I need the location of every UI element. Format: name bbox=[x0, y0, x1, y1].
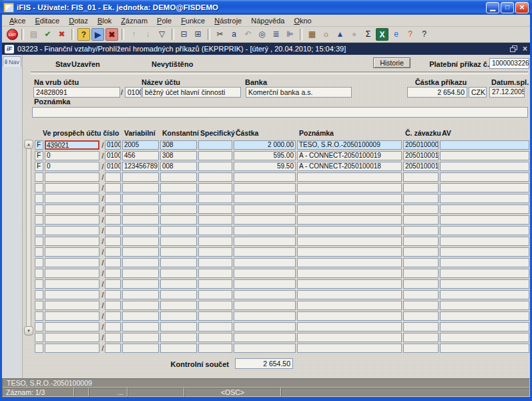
due-date-field[interactable]: 27.12.2005 bbox=[489, 87, 525, 98]
cell-flag[interactable] bbox=[35, 290, 43, 299]
cell-variable-symbol[interactable] bbox=[122, 226, 159, 235]
cell-beneficiary-account[interactable]: 0 bbox=[45, 162, 99, 171]
context-help-icon[interactable]: ? bbox=[404, 28, 417, 41]
cell-bank-code[interactable]: 0100 bbox=[105, 140, 121, 150]
cell-beneficiary-account[interactable] bbox=[45, 322, 99, 331]
cell-bank-code[interactable]: 0100 bbox=[105, 162, 121, 171]
cell-bank-code[interactable] bbox=[105, 290, 121, 299]
cell-beneficiary-account[interactable] bbox=[45, 344, 99, 353]
cell-beneficiary-account[interactable] bbox=[45, 226, 99, 235]
cell-bank-code[interactable] bbox=[105, 333, 121, 342]
cell-bank-code[interactable] bbox=[105, 183, 121, 192]
cell-note[interactable] bbox=[297, 215, 402, 225]
cell-note[interactable] bbox=[297, 172, 402, 182]
cell-flag[interactable] bbox=[35, 237, 43, 246]
cell-beneficiary-account[interactable] bbox=[45, 311, 99, 321]
cell-beneficiary-account[interactable] bbox=[45, 194, 99, 203]
table-row[interactable]: / bbox=[35, 236, 529, 247]
cell-liability-number[interactable] bbox=[403, 301, 439, 310]
cell-beneficiary-account[interactable] bbox=[45, 237, 99, 246]
menu-blok[interactable]: Blok bbox=[93, 16, 116, 25]
cancel-query-icon[interactable]: ✖ bbox=[105, 28, 118, 41]
menu-dotaz[interactable]: Dotaz bbox=[64, 16, 93, 25]
cell-variable-symbol[interactable] bbox=[122, 279, 159, 289]
cell-flag[interactable] bbox=[35, 215, 43, 225]
table-row[interactable]: F0/010012345678900859.50A - CONNECT-2050… bbox=[35, 161, 529, 172]
cell-specific-symbol[interactable] bbox=[198, 215, 232, 225]
cell-flag[interactable] bbox=[35, 258, 43, 267]
cell-beneficiary-account[interactable] bbox=[45, 183, 99, 192]
cell-av[interactable] bbox=[440, 269, 529, 278]
browser-icon[interactable]: e bbox=[390, 28, 403, 41]
cell-variable-symbol[interactable]: 2005 bbox=[122, 140, 159, 150]
cell-note[interactable] bbox=[297, 333, 402, 342]
cell-liability-number[interactable] bbox=[403, 258, 439, 267]
cell-constant-symbol[interactable] bbox=[160, 269, 197, 278]
table-row[interactable]: / bbox=[35, 268, 529, 279]
cell-bank-code[interactable] bbox=[105, 269, 121, 278]
cell-constant-symbol[interactable]: 008 bbox=[160, 162, 197, 171]
cell-flag[interactable] bbox=[35, 205, 43, 214]
cell-variable-symbol[interactable] bbox=[122, 247, 159, 257]
cell-note[interactable] bbox=[297, 290, 402, 299]
sort-asc-icon[interactable]: ↑ bbox=[127, 28, 140, 41]
cell-amount[interactable] bbox=[234, 344, 296, 353]
cell-flag[interactable] bbox=[35, 279, 43, 289]
cell-note[interactable] bbox=[297, 205, 402, 214]
undo-icon[interactable]: ↶ bbox=[242, 28, 254, 41]
cell-specific-symbol[interactable] bbox=[198, 194, 232, 203]
cell-variable-symbol[interactable]: 456 bbox=[122, 151, 159, 160]
cell-variable-symbol[interactable] bbox=[122, 172, 159, 182]
cell-amount[interactable] bbox=[234, 205, 296, 214]
table-row[interactable]: / bbox=[35, 311, 529, 321]
cell-liability-number[interactable]: 2050100009 bbox=[403, 140, 439, 150]
cell-specific-symbol[interactable] bbox=[198, 162, 232, 171]
cell-specific-symbol[interactable] bbox=[198, 151, 232, 160]
cell-flag[interactable] bbox=[35, 269, 43, 278]
cell-av[interactable] bbox=[440, 290, 529, 299]
cell-constant-symbol[interactable] bbox=[160, 290, 197, 299]
cell-av[interactable] bbox=[440, 258, 529, 267]
cell-variable-symbol[interactable] bbox=[122, 258, 159, 267]
cell-amount[interactable] bbox=[234, 279, 296, 289]
cell-beneficiary-account[interactable] bbox=[45, 172, 99, 182]
calculator-icon[interactable]: ● bbox=[348, 28, 360, 41]
cell-liability-number[interactable] bbox=[403, 279, 439, 289]
cell-specific-symbol[interactable] bbox=[198, 205, 232, 214]
cell-constant-symbol[interactable] bbox=[160, 322, 197, 331]
cell-bank-code[interactable] bbox=[105, 258, 121, 267]
cell-beneficiary-account[interactable]: 439021 bbox=[45, 140, 99, 150]
cell-beneficiary-account[interactable] bbox=[45, 279, 99, 289]
menu-funkce[interactable]: Funkce bbox=[176, 16, 210, 25]
sort-desc-icon[interactable]: ↓ bbox=[142, 28, 154, 41]
cell-beneficiary-account[interactable] bbox=[45, 247, 99, 257]
cell-constant-symbol[interactable] bbox=[160, 183, 197, 192]
cell-liability-number[interactable] bbox=[403, 269, 439, 278]
cell-flag[interactable]: F bbox=[35, 140, 43, 150]
cell-beneficiary-account[interactable] bbox=[45, 333, 99, 342]
cell-liability-number[interactable] bbox=[403, 226, 439, 235]
menu-akce[interactable]: Akce bbox=[5, 16, 30, 25]
cell-note[interactable] bbox=[297, 226, 402, 235]
cell-amount[interactable] bbox=[234, 194, 296, 203]
cell-liability-number[interactable] bbox=[403, 183, 439, 192]
cell-amount[interactable]: 59.50 bbox=[234, 162, 296, 171]
copy-value-icon[interactable]: a bbox=[228, 28, 240, 41]
table-row[interactable]: / bbox=[35, 332, 529, 343]
table-row[interactable]: / bbox=[35, 172, 529, 182]
cell-bank-code[interactable] bbox=[105, 311, 121, 321]
cell-constant-symbol[interactable]: 308 bbox=[160, 151, 197, 160]
cell-liability-number[interactable] bbox=[403, 194, 439, 203]
cut-icon[interactable]: ✂ bbox=[214, 28, 226, 41]
cell-av[interactable] bbox=[440, 247, 529, 257]
cell-constant-symbol[interactable] bbox=[160, 205, 197, 214]
cell-liability-number[interactable]: 2050100019 bbox=[403, 151, 439, 160]
menu-napoveda[interactable]: Nápověda bbox=[246, 16, 289, 25]
cell-av[interactable] bbox=[440, 205, 529, 214]
cell-note[interactable]: A - CONNECT-2050100019 bbox=[297, 151, 402, 160]
cell-liability-number[interactable] bbox=[403, 344, 439, 353]
scroll-up-icon[interactable]: ▲ bbox=[24, 140, 33, 149]
form-restore-icon[interactable] bbox=[510, 45, 517, 52]
help-icon[interactable]: ? bbox=[418, 28, 431, 41]
table-row[interactable]: / bbox=[35, 321, 529, 332]
